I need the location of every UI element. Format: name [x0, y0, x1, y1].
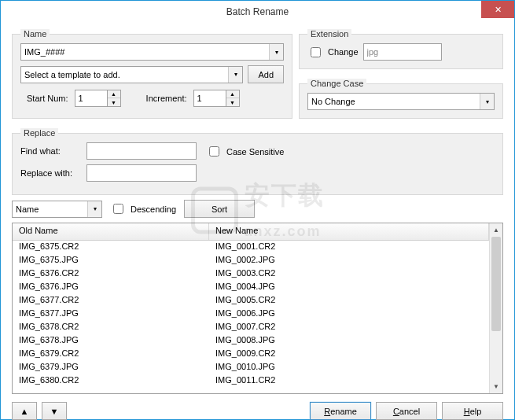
table-row[interactable]: IMG_6375.CR2IMG_0001.CR2	[13, 241, 489, 254]
table-row[interactable]: IMG_6378.JPGIMG_0008.JPG	[13, 334, 489, 348]
start-num-up-icon[interactable]: ▲	[108, 90, 120, 98]
old-name-cell: IMG_6376.CR2	[13, 267, 209, 281]
titlebar: Batch Rename ✕	[1, 1, 514, 23]
change-case-dropdown-icon[interactable]: ▾	[480, 94, 494, 109]
old-name-cell: IMG_6376.JPG	[13, 281, 209, 294]
move-down-button[interactable]: ▼	[42, 402, 67, 420]
move-up-button[interactable]: ▲	[12, 402, 37, 420]
start-num-input[interactable]	[75, 90, 108, 107]
table-row[interactable]: IMG_6380.CR2IMG_0011.CR2	[13, 374, 489, 388]
name-legend: Name	[20, 29, 50, 39]
new-name-cell: IMG_0003.CR2	[209, 267, 489, 281]
scroll-up-icon[interactable]: ▲	[490, 223, 502, 237]
table-row[interactable]: IMG_6377.JPGIMG_0006.JPG	[13, 308, 489, 321]
sort-button[interactable]: Sort	[184, 200, 255, 218]
help-button[interactable]: Help	[442, 402, 503, 420]
new-name-cell: IMG_0001.CR2	[209, 241, 489, 254]
table-row[interactable]: IMG_6376.CR2IMG_0003.CR2	[13, 267, 489, 281]
column-new-name[interactable]: New Name	[209, 223, 489, 240]
new-name-cell: IMG_0006.JPG	[209, 308, 489, 321]
rename-button[interactable]: Rename	[310, 402, 371, 420]
window-title: Batch Rename	[226, 6, 289, 17]
table-row[interactable]: IMG_6376.JPGIMG_0004.JPG	[13, 281, 489, 294]
batch-rename-dialog: Batch Rename ✕ Name ▾ ▾ Ad	[0, 0, 515, 420]
increment-label: Increment:	[146, 94, 187, 103]
case-sensitive-label: Case Sensitive	[226, 147, 284, 157]
new-name-cell: IMG_0002.JPG	[209, 254, 489, 267]
table-row[interactable]: IMG_6379.JPGIMG_0010.JPG	[13, 361, 489, 374]
increment-down-icon[interactable]: ▼	[226, 98, 239, 106]
new-name-cell: IMG_0011.CR2	[209, 374, 489, 388]
name-pattern-dropdown-icon[interactable]: ▾	[269, 44, 283, 60]
find-what-label: Find what:	[20, 146, 82, 156]
replace-fieldset: Replace Find what: Replace with: Case Se…	[12, 128, 503, 195]
table-row[interactable]: IMG_6377.CR2IMG_0005.CR2	[13, 294, 489, 308]
new-name-cell: IMG_0008.JPG	[209, 334, 489, 348]
column-old-name[interactable]: Old Name	[13, 223, 209, 240]
template-select[interactable]	[20, 66, 243, 83]
new-name-cell: IMG_0005.CR2	[209, 294, 489, 308]
scrollbar[interactable]: ▲ ▼	[489, 223, 502, 393]
old-name-cell: IMG_6377.CR2	[13, 294, 209, 308]
new-name-cell: IMG_0007.CR2	[209, 321, 489, 334]
start-num-label: Start Num:	[27, 94, 68, 103]
new-name-cell: IMG_0009.CR2	[209, 348, 489, 361]
extension-fieldset: Extension Change	[299, 29, 503, 69]
table-row[interactable]: IMG_6375.JPGIMG_0002.JPG	[13, 254, 489, 267]
descending-checkbox[interactable]	[113, 204, 123, 214]
old-name-cell: IMG_6380.CR2	[13, 374, 209, 388]
case-sensitive-checkbox[interactable]	[209, 146, 219, 157]
old-name-cell: IMG_6379.JPG	[13, 361, 209, 374]
increment-input[interactable]	[193, 90, 226, 107]
table-row[interactable]: IMG_6379.CR2IMG_0009.CR2	[13, 348, 489, 361]
change-case-select[interactable]	[307, 93, 495, 110]
new-name-cell: IMG_0010.JPG	[209, 361, 489, 374]
scroll-thumb[interactable]	[491, 237, 501, 331]
increment-up-icon[interactable]: ▲	[226, 90, 239, 98]
replace-legend: Replace	[20, 128, 58, 138]
name-pattern-input[interactable]	[20, 43, 284, 61]
name-fieldset: Name ▾ ▾ Add Start Num:	[12, 29, 292, 119]
old-name-cell: IMG_6377.JPG	[13, 308, 209, 321]
change-case-legend: Change Case	[307, 79, 366, 88]
change-extension-label: Change	[328, 47, 359, 57]
old-name-cell: IMG_6375.CR2	[13, 241, 209, 254]
table-row[interactable]: IMG_6378.CR2IMG_0007.CR2	[13, 321, 489, 334]
file-list-table: Old Name New Name IMG_6375.CR2IMG_0001.C…	[12, 223, 503, 394]
close-icon: ✕	[495, 5, 502, 15]
change-case-fieldset: Change Case ▾	[299, 79, 503, 119]
template-dropdown-icon[interactable]: ▾	[228, 67, 242, 83]
replace-with-input[interactable]	[86, 164, 197, 182]
extension-input	[363, 43, 442, 61]
change-extension-checkbox[interactable]	[311, 47, 321, 57]
old-name-cell: IMG_6379.CR2	[13, 348, 209, 361]
increment-spinner[interactable]: ▲ ▼	[193, 90, 240, 107]
descending-label: Descending	[131, 204, 176, 214]
replace-with-label: Replace with:	[20, 168, 82, 178]
find-what-input[interactable]	[86, 142, 197, 160]
new-name-cell: IMG_0004.JPG	[209, 281, 489, 294]
start-num-down-icon[interactable]: ▼	[108, 98, 120, 106]
extension-legend: Extension	[307, 29, 351, 39]
scroll-down-icon[interactable]: ▼	[490, 380, 502, 393]
old-name-cell: IMG_6378.JPG	[13, 334, 209, 348]
add-template-button[interactable]: Add	[248, 65, 284, 83]
old-name-cell: IMG_6378.CR2	[13, 321, 209, 334]
old-name-cell: IMG_6375.JPG	[13, 254, 209, 267]
close-button[interactable]: ✕	[481, 1, 514, 18]
sort-dropdown-icon[interactable]: ▾	[87, 201, 101, 217]
cancel-button[interactable]: Cancel	[376, 402, 437, 420]
start-num-spinner[interactable]: ▲ ▼	[75, 90, 121, 107]
